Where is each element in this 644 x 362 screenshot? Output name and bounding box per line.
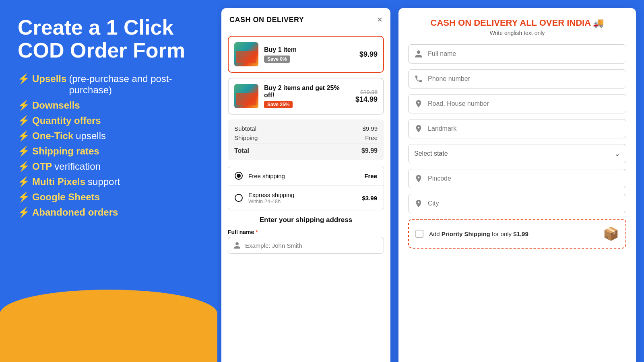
location-icon [414, 124, 423, 133]
summary-shipping-row: Shipping Free [234, 134, 378, 141]
bolt-icon: ⚡ [18, 115, 30, 126]
feature-bold: Multi Pixels [32, 176, 85, 187]
feature-normal: (pre-purchase and post-purchase) [69, 73, 200, 96]
shipping-express-label: Express shipping Within 24-48h [248, 191, 356, 204]
modal-title: CASH ON DELIVERY [229, 16, 304, 24]
feature-normal: verification [54, 161, 101, 172]
radio-free[interactable] [235, 172, 243, 180]
bolt-icon: ⚡ [18, 146, 30, 157]
subtotal-label: Subtotal [234, 125, 256, 132]
shipping-free-name: Free shipping [248, 173, 359, 179]
shipping-options: Free shipping Free Express shipping With… [228, 166, 384, 210]
save-badge-2: Save 25% [264, 101, 293, 108]
feature-abandoned: ⚡ Abandoned orders [18, 207, 200, 218]
fullname-input[interactable] [245, 242, 379, 249]
address-heading: Enter your shipping address [228, 216, 384, 224]
fullname-label: Full name * [228, 229, 384, 235]
right-fullname-field[interactable] [408, 44, 626, 64]
modal-content: Buy 1 item Save 0% $9.99 Buy 2 items and… [221, 30, 390, 362]
modal-header: CASH ON DELIVERY × [221, 8, 390, 30]
feature-bold: Shipping rates [32, 146, 99, 157]
phone-icon [414, 74, 423, 83]
feature-otp: ⚡ OTP verification [18, 161, 200, 172]
order-summary: Subtotal $9.99 Shipping Free Total $9.99 [228, 119, 384, 160]
radio-express[interactable] [235, 194, 243, 202]
page-title: Create a 1 Click COD Order Form [18, 16, 200, 62]
feature-bold: Quantity offers [32, 115, 101, 126]
feature-bold: One-Tick [32, 130, 73, 142]
fullname-field[interactable] [228, 237, 384, 254]
right-landmark-input[interactable] [428, 125, 620, 132]
bolt-icon: ⚡ [18, 207, 30, 218]
chevron-down-icon: ⌄ [614, 149, 620, 158]
right-city-input[interactable] [428, 200, 620, 207]
location-icon [414, 174, 423, 183]
bolt-icon: ⚡ [18, 161, 30, 172]
right-pincode-input[interactable] [428, 175, 620, 182]
bolt-icon: ⚡ [18, 176, 30, 187]
feature-downsells: ⚡ Downsells [18, 100, 200, 111]
product-image-1 [234, 42, 258, 66]
priority-checkbox[interactable] [415, 230, 423, 238]
shipping-label: Shipping [234, 134, 258, 141]
product-card-1[interactable]: Buy 1 item Save 0% $9.99 [228, 36, 384, 73]
product-price-1: $9.99 [359, 50, 378, 59]
priority-price: $1,99 [513, 230, 528, 237]
person-icon [233, 241, 241, 249]
bolt-icon: ⚡ [18, 100, 30, 111]
priority-text: Add Priority Shipping for only $1,99 [429, 230, 597, 237]
person-icon [414, 49, 423, 58]
feature-bold: Abandoned orders [32, 207, 118, 218]
location-icon [414, 99, 423, 108]
right-panel: CASH ON DELIVERY ALL OVER INDIA 🚚 Write … [398, 8, 636, 362]
shipping-value: Free [365, 134, 378, 141]
feature-normal: support [88, 176, 120, 187]
feature-shipping: ⚡ Shipping rates [18, 146, 200, 157]
product-card-2[interactable]: Buy 2 items and get 25% off! Save 25% $1… [228, 78, 384, 115]
product-name-2: Buy 2 items and get 25% off! [264, 84, 350, 99]
feature-list: ⚡ Upsells (pre-purchase and post-purchas… [18, 73, 200, 218]
feature-bold: Downsells [32, 100, 80, 111]
select-state-dropdown[interactable]: Select state ⌄ [408, 144, 626, 163]
bolt-icon: ⚡ [18, 191, 30, 203]
product-price-2: $19.98 $14.99 [355, 89, 378, 104]
feature-sheets: ⚡ Google Sheets [18, 191, 200, 203]
total-label: Total [234, 147, 249, 154]
close-button[interactable]: × [377, 15, 382, 24]
feature-upsells: ⚡ Upsells (pre-purchase and post-purchas… [18, 73, 200, 96]
feature-bold: Google Sheets [32, 191, 100, 203]
old-price-2: $19.98 [355, 89, 378, 95]
shipping-express-sub: Within 24-48h [248, 198, 356, 204]
right-city-field[interactable] [408, 194, 626, 213]
product-name-1: Buy 1 item [264, 46, 354, 53]
cod-modal: CASH ON DELIVERY × Buy 1 item Save 0% $9… [221, 8, 390, 362]
right-phone-field[interactable] [408, 69, 626, 88]
feature-pixels: ⚡ Multi Pixels support [18, 176, 200, 187]
right-road-input[interactable] [428, 100, 620, 107]
right-fullname-input[interactable] [428, 50, 620, 58]
summary-total-row: Total $9.99 [234, 144, 378, 154]
bolt-icon: ⚡ [18, 130, 30, 142]
summary-subtotal-row: Subtotal $9.99 [234, 125, 378, 132]
right-pincode-field[interactable] [408, 169, 626, 188]
required-marker: * [256, 229, 258, 235]
feature-bold: OTP [32, 161, 52, 172]
right-road-field[interactable] [408, 94, 626, 113]
right-landmark-field[interactable] [408, 119, 626, 138]
cod-india-subtitle: Write english text only [408, 30, 626, 36]
shipping-free-price: Free [364, 173, 377, 179]
shipping-express[interactable]: Express shipping Within 24-48h $3.99 [228, 186, 384, 210]
left-panel: Create a 1 Click COD Order Form ⚡ Upsell… [0, 0, 217, 362]
location-icon [414, 199, 423, 208]
shipping-free[interactable]: Free shipping Free [228, 166, 384, 186]
subtotal-value: $9.99 [362, 125, 378, 132]
feature-bold: Upsells [32, 73, 66, 84]
shipping-express-name: Express shipping [248, 191, 356, 198]
save-badge-1: Save 0% [264, 56, 290, 63]
shipping-express-price: $3.99 [362, 195, 377, 202]
product-image-2 [234, 84, 258, 108]
priority-icon: 📦 [603, 226, 619, 241]
right-phone-input[interactable] [428, 75, 620, 82]
total-value: $9.99 [361, 147, 378, 154]
cod-india-title: CASH ON DELIVERY ALL OVER INDIA 🚚 [408, 18, 626, 28]
